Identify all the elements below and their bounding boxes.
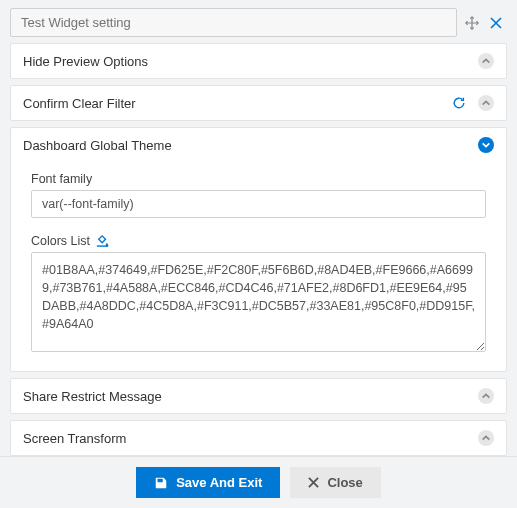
close-button-label: Close	[327, 475, 362, 490]
chevron-up-icon	[478, 53, 494, 69]
footer: Save And Exit Close	[0, 456, 517, 508]
section-hide-preview: Hide Preview Options	[10, 43, 507, 79]
chevron-up-icon	[478, 95, 494, 111]
chevron-up-icon	[478, 388, 494, 404]
section-confirm-clear: Confirm Clear Filter	[10, 85, 507, 121]
section-title: Screen Transform	[23, 431, 478, 446]
settings-panel: Hide Preview Options Confirm Clear Filte…	[0, 0, 517, 508]
title-input[interactable]	[10, 8, 457, 37]
paint-bucket-icon[interactable]	[96, 234, 110, 248]
save-button[interactable]: Save And Exit	[136, 467, 280, 498]
colors-list-label: Colors List	[31, 234, 486, 248]
font-family-label: Font family	[31, 172, 486, 186]
move-icon[interactable]	[465, 16, 479, 30]
section-share-restrict: Share Restrict Message	[10, 378, 507, 414]
font-family-input[interactable]	[31, 190, 486, 218]
colors-list-textarea[interactable]	[31, 252, 486, 352]
section-title: Confirm Clear Filter	[23, 96, 452, 111]
sections-scroll[interactable]: Hide Preview Options Confirm Clear Filte…	[0, 43, 517, 456]
close-button[interactable]: Close	[290, 467, 380, 498]
svg-rect-0	[97, 245, 108, 246]
save-button-label: Save And Exit	[176, 475, 262, 490]
section-global-theme: Dashboard Global Theme Font family Color…	[10, 127, 507, 372]
section-header-screen-transform[interactable]: Screen Transform	[11, 421, 506, 455]
section-header-confirm-clear[interactable]: Confirm Clear Filter	[11, 86, 506, 120]
chevron-up-icon	[478, 430, 494, 446]
save-icon	[154, 476, 168, 490]
refresh-icon[interactable]	[452, 96, 466, 110]
section-title: Hide Preview Options	[23, 54, 478, 69]
section-title: Share Restrict Message	[23, 389, 478, 404]
close-icon	[308, 477, 319, 488]
close-icon[interactable]	[489, 16, 503, 30]
section-header-global-theme[interactable]: Dashboard Global Theme	[11, 128, 506, 162]
section-header-share-restrict[interactable]: Share Restrict Message	[11, 379, 506, 413]
chevron-down-icon	[478, 137, 494, 153]
section-title: Dashboard Global Theme	[23, 138, 478, 153]
section-body-global-theme: Font family Colors List	[11, 162, 506, 371]
title-bar	[0, 0, 517, 43]
section-screen-transform: Screen Transform	[10, 420, 507, 456]
titlebar-icons	[465, 16, 507, 30]
colors-list-label-text: Colors List	[31, 234, 90, 248]
section-header-hide-preview[interactable]: Hide Preview Options	[11, 44, 506, 78]
